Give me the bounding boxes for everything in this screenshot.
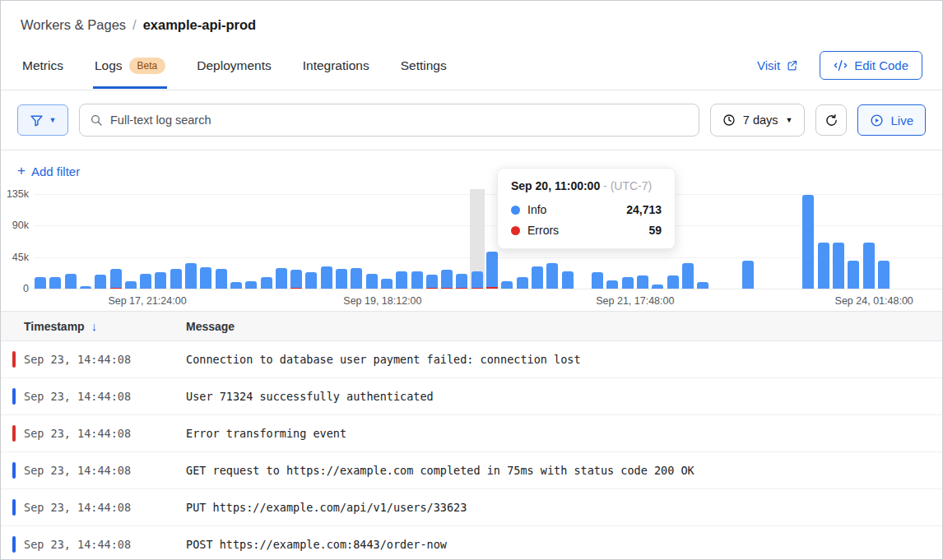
chart-bar[interactable] [517, 277, 528, 289]
log-search-box [79, 104, 699, 137]
chart-bar[interactable] [441, 270, 453, 289]
chart-bar[interactable] [863, 243, 875, 289]
log-timestamp: Sep 23, 14:44:08 [1, 353, 186, 366]
chart-bar[interactable] [170, 269, 182, 289]
chart-bar[interactable] [697, 282, 708, 289]
chart-bar[interactable] [351, 268, 362, 289]
sort-descending-icon[interactable]: ↓ [91, 319, 98, 333]
chart-bar[interactable] [366, 274, 378, 289]
chart-bar[interactable] [622, 277, 634, 289]
tab-deployments[interactable]: Deployments [195, 53, 272, 89]
chart-bar[interactable] [125, 281, 137, 289]
edit-code-button[interactable]: Edit Code [820, 51, 922, 80]
log-row[interactable]: Sep 23, 14:44:08Error transforming event [1, 415, 942, 452]
chart-bar[interactable] [411, 271, 423, 289]
filter-menu-button[interactable]: ▼ [17, 104, 68, 136]
chart-bar[interactable] [49, 277, 61, 289]
chart-bar[interactable] [562, 271, 574, 289]
chart-bar[interactable] [652, 285, 663, 289]
tab-settings[interactable]: Settings [399, 53, 448, 89]
tab-metrics[interactable]: Metrics [21, 53, 65, 89]
chart-bar[interactable] [486, 252, 498, 289]
chart-bar[interactable] [276, 268, 287, 289]
chart-bar[interactable] [472, 271, 483, 289]
log-level-indicator [12, 351, 16, 368]
external-link-icon [786, 59, 798, 72]
chart-bar[interactable] [155, 272, 166, 289]
chart-bar[interactable] [848, 261, 859, 289]
tooltip-timestamp: Sep 20, 11:00:00 [511, 179, 600, 192]
log-level-indicator [12, 462, 16, 479]
chart-gridline [34, 289, 942, 289]
chart-bar[interactable] [65, 274, 77, 289]
chart-bar-error-segment [110, 288, 122, 289]
log-row[interactable]: Sep 23, 14:44:08User 71324 successfully … [1, 378, 942, 415]
log-table: Timestamp ↓ Message Sep 23, 14:44:08Conn… [1, 311, 942, 560]
chart-bar[interactable] [501, 281, 513, 289]
chart-bar[interactable] [305, 272, 317, 289]
chart-bar[interactable] [200, 267, 211, 289]
chart-bar-error-segment [472, 288, 483, 289]
chart-bar[interactable] [95, 275, 106, 289]
chart-bar[interactable] [261, 277, 272, 289]
chart-bar[interactable] [230, 282, 242, 289]
chart-bar[interactable] [321, 266, 332, 289]
chart-bar[interactable] [185, 263, 197, 289]
chart-bar[interactable] [606, 280, 618, 289]
chart-bar[interactable] [110, 269, 122, 289]
tooltip-errors-row: Errors 59 [511, 224, 662, 237]
add-filter-button[interactable]: + Add filter [17, 163, 80, 179]
log-level-indicator [12, 499, 16, 516]
y-axis-label: 90k [1, 220, 29, 231]
chart-bar[interactable] [833, 243, 844, 289]
chart-bar[interactable] [667, 275, 679, 289]
funnel-icon [30, 113, 44, 127]
tooltip-info-row: Info 24,713 [511, 203, 662, 216]
chart-bar[interactable] [637, 275, 648, 289]
chart-bar[interactable] [396, 271, 407, 289]
chart-bar[interactable] [245, 281, 257, 289]
message-column-header: Message [186, 320, 942, 333]
chart-bar[interactable] [140, 274, 151, 289]
chart-bar[interactable] [290, 270, 302, 289]
log-row[interactable]: Sep 23, 14:44:08PUT https://example.com/… [1, 489, 942, 526]
tab-integrations[interactable]: Integrations [301, 53, 371, 89]
chart-bar[interactable] [381, 279, 393, 289]
log-timestamp: Sep 23, 14:44:08 [1, 501, 186, 514]
chart-bar[interactable] [216, 269, 227, 289]
page-title: example-api-prod [143, 17, 257, 33]
workers-logs-page: { "breadcrumb": { "section": "Workers & … [0, 0, 943, 560]
chart-bar[interactable] [426, 275, 438, 289]
clock-icon [722, 113, 736, 127]
chart-bar[interactable] [802, 195, 814, 289]
live-button[interactable]: Live [857, 104, 926, 136]
log-row[interactable]: Sep 23, 14:44:08GET request to https://e… [1, 452, 942, 489]
chart-bar[interactable] [592, 272, 603, 289]
time-range-dropdown[interactable]: 7 days ▼ [710, 104, 806, 137]
refresh-button[interactable] [815, 104, 847, 136]
tab-logs[interactable]: Logs Beta [93, 53, 167, 89]
log-row[interactable]: Sep 23, 14:44:08Connection to database u… [1, 341, 942, 378]
tooltip-errors-value: 59 [648, 224, 662, 237]
chart-bar[interactable] [818, 243, 829, 289]
breadcrumb-workers-pages[interactable]: Workers & Pages [21, 17, 126, 33]
beta-badge: Beta [129, 58, 166, 74]
chart-tooltip: Sep 20, 11:00:00 - (UTC-7) Info 24,713 E… [497, 168, 676, 249]
chart-bar[interactable] [546, 263, 558, 289]
log-table-header: Timestamp ↓ Message [1, 311, 942, 341]
search-input[interactable] [110, 113, 689, 127]
timestamp-column-header[interactable]: Timestamp ↓ [1, 319, 186, 333]
log-message: Connection to database user_payment fail… [186, 353, 942, 366]
log-row[interactable]: Sep 23, 14:44:08POST https://example.com… [1, 526, 942, 560]
chart-bar[interactable] [878, 261, 890, 289]
visit-link[interactable]: Visit [757, 58, 798, 72]
chevron-down-icon: ▼ [786, 116, 793, 124]
chart-bar[interactable] [336, 269, 347, 289]
chart-bar[interactable] [742, 261, 754, 289]
chart-bar[interactable] [532, 266, 543, 289]
log-level-indicator [12, 388, 16, 405]
chart-bar[interactable] [80, 286, 91, 289]
chart-bar[interactable] [35, 277, 46, 289]
chart-bar[interactable] [682, 263, 694, 289]
chart-bar[interactable] [456, 274, 467, 289]
